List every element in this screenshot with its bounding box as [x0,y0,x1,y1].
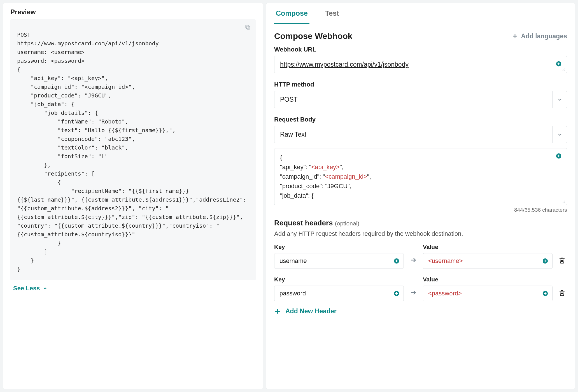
request-body-group: Request Body Raw Text { "api_key": "<api… [274,116,567,213]
webhook-url-group: Webhook URL https://www.mypostcard.com/a… [274,46,567,73]
add-variable-icon[interactable] [393,290,400,297]
webhook-composer: Preview POST https://www.mypostcard.com/… [0,0,578,392]
tab-bar: Compose Test [266,3,575,24]
webhook-url-value: https://www.mypostcard.com/api/v1/jsonbo… [280,61,409,68]
svg-rect-0 [247,26,250,29]
see-less-toggle[interactable]: See Less [3,283,263,300]
plus-icon [512,33,518,39]
add-variable-icon[interactable] [393,258,400,264]
plus-icon [274,308,281,315]
svg-line-7 [562,68,565,71]
resize-handle-icon[interactable] [562,68,566,72]
header-row: Key password Value <password> [274,275,567,301]
http-method-group: HTTP method POST [274,81,567,108]
preview-panel: Preview POST https://www.mypostcard.com/… [3,3,263,389]
compose-title-row: Compose Webhook Add languages [274,31,567,41]
webhook-url-input[interactable]: https://www.mypostcard.com/api/v1/jsonbo… [274,56,567,73]
preview-code: POST https://www.mypostcard.com/api/v1/j… [17,31,249,274]
svg-line-8 [564,70,565,71]
delete-header-button[interactable] [557,257,567,269]
arrow-right-icon [408,289,418,301]
webhook-url-label: Webhook URL [274,46,567,53]
request-body-type-value: Raw Text [280,131,306,138]
request-body-textarea[interactable]: { "api_key": "<api_key>", "campaign_id":… [274,148,567,205]
value-label: Value [423,276,553,283]
svg-line-13 [564,202,565,203]
compose-title: Compose Webhook [274,31,352,41]
add-languages-label: Add languages [521,32,567,40]
svg-rect-1 [246,25,249,28]
http-method-value: POST [280,96,298,103]
add-languages-button[interactable]: Add languages [512,32,567,40]
see-less-label: See Less [13,285,40,292]
header-value-col: Value <password> [423,275,553,301]
header-key-col: Key password [274,275,404,301]
tab-compose[interactable]: Compose [274,3,309,24]
header-key-value: password [279,290,306,297]
header-value-value: <username> [428,257,463,265]
add-variable-icon[interactable] [556,61,562,67]
request-body-label: Request Body [274,116,567,123]
header-value-col: Value <username> [423,242,553,269]
add-variable-icon[interactable] [542,290,548,297]
compose-content: Compose Webhook Add languages Webhook UR… [266,24,575,389]
chevron-down-icon [552,91,567,108]
http-method-select[interactable]: POST [274,91,567,108]
request-headers-title-text: Request headers [274,219,333,227]
add-variable-icon[interactable] [542,258,548,264]
preview-title: Preview [3,3,263,19]
add-new-header-button[interactable]: Add New Header [274,307,567,315]
preview-body: POST https://www.mypostcard.com/api/v1/j… [10,19,256,280]
add-variable-icon[interactable] [556,153,562,160]
add-new-header-label: Add New Header [285,307,337,315]
header-key-value: username [279,257,307,265]
optional-label: (optional) [335,220,360,227]
header-key-input[interactable]: username [274,253,404,269]
header-key-input[interactable]: password [274,286,404,301]
header-value-input[interactable]: <username> [423,253,553,269]
resize-handle-icon[interactable] [562,200,566,204]
http-method-label: HTTP method [274,81,567,88]
request-headers-title: Request headers (optional) [274,219,567,227]
compose-panel: Compose Test Compose Webhook Add languag… [266,3,575,389]
request-headers-desc: Add any HTTP request headers required by… [274,230,567,237]
svg-line-12 [562,200,565,203]
key-label: Key [274,276,404,283]
chevron-up-icon [43,286,48,291]
delete-header-button[interactable] [557,290,567,301]
key-label: Key [274,244,404,250]
header-value-input[interactable]: <password> [423,286,553,301]
tab-test[interactable]: Test [323,3,341,24]
header-row: Key username Value <username> [274,242,567,269]
header-key-col: Key username [274,242,404,269]
request-body-type-select[interactable]: Raw Text [274,126,567,143]
chevron-down-icon [552,126,567,143]
arrow-right-icon [408,256,418,269]
value-label: Value [423,244,553,250]
header-value-value: <password> [428,290,462,297]
char-count: 844/65,536 characters [274,207,567,213]
copy-icon[interactable] [244,23,252,31]
